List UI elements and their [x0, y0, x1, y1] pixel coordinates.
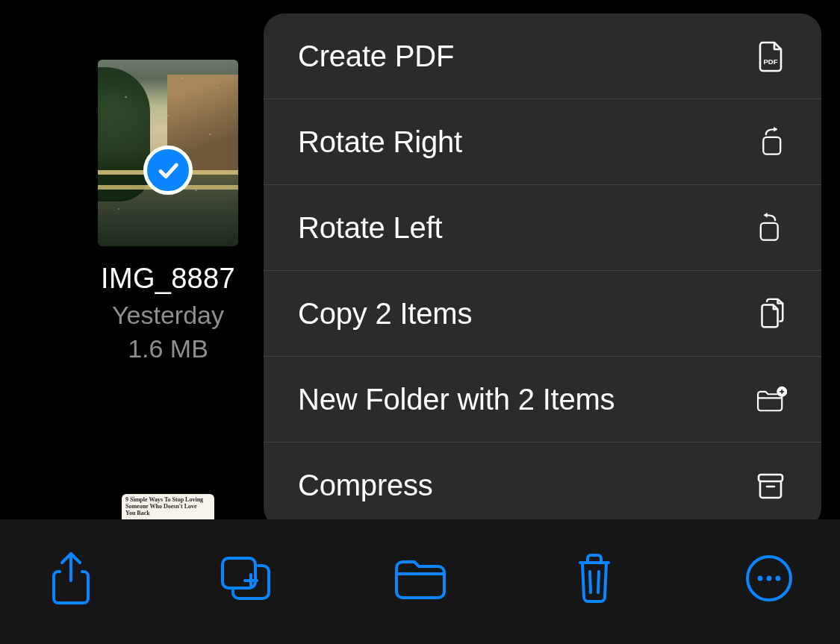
rotate-right-icon	[754, 125, 787, 158]
ellipsis-circle-icon	[744, 554, 794, 603]
svg-point-17	[767, 575, 772, 581]
file-item-partial[interactable]: 9 Simple Ways To Stop Loving Someone Who…	[122, 494, 214, 519]
rotate-left-icon	[754, 211, 787, 244]
menu-item-rotate-right[interactable]: Rotate Right	[264, 99, 821, 185]
copy-icon	[754, 297, 787, 330]
svg-point-16	[758, 575, 763, 581]
menu-label: Copy 2 Items	[298, 297, 472, 331]
pdf-file-icon: PDF	[754, 40, 787, 72]
menu-label: New Folder with 2 Items	[298, 383, 615, 416]
bottom-toolbar	[0, 519, 840, 644]
file-date: Yesterday	[112, 301, 224, 330]
menu-label: Rotate Right	[298, 125, 462, 159]
menu-item-create-pdf[interactable]: Create PDF PDF	[264, 13, 821, 99]
peek-line: 9 Simple Ways To Stop Loving	[125, 496, 211, 503]
menu-label: Rotate Left	[298, 211, 442, 245]
folder-icon	[392, 556, 449, 601]
duplicate-plus-icon	[218, 554, 273, 603]
peek-line: Someone Who Doesn't Love	[125, 503, 211, 510]
file-thumbnail	[98, 60, 238, 246]
menu-item-new-folder[interactable]: New Folder with 2 Items	[264, 357, 821, 443]
svg-point-18	[776, 575, 781, 581]
context-menu: Create PDF PDF Rotate Right Rotate Le	[264, 13, 821, 528]
svg-line-14	[598, 572, 599, 593]
menu-item-compress[interactable]: Compress	[264, 443, 821, 528]
svg-rect-2	[761, 223, 778, 240]
content-area: IMG_8887 Yesterday 1.6 MB 9 Simple Ways …	[0, 0, 840, 519]
menu-label: Create PDF	[298, 40, 454, 73]
file-item[interactable]: IMG_8887 Yesterday 1.6 MB	[82, 60, 254, 363]
svg-rect-1	[763, 137, 780, 154]
svg-line-13	[590, 572, 591, 593]
share-icon	[48, 549, 94, 607]
svg-rect-7	[759, 475, 783, 481]
archive-icon	[754, 469, 787, 502]
move-button[interactable]	[391, 548, 450, 608]
menu-item-rotate-left[interactable]: Rotate Left	[264, 185, 821, 271]
file-name: IMG_8887	[101, 263, 235, 295]
selection-checkmark-icon	[143, 146, 193, 195]
menu-item-copy[interactable]: Copy 2 Items	[264, 271, 821, 357]
svg-text:PDF: PDF	[764, 57, 778, 66]
file-size: 1.6 MB	[128, 334, 208, 363]
new-folder-icon	[754, 383, 787, 416]
trash-icon	[573, 551, 616, 606]
more-button[interactable]	[739, 548, 799, 608]
peek-line: You Back	[125, 510, 211, 516]
menu-label: Compress	[298, 469, 433, 502]
share-button[interactable]	[41, 548, 101, 608]
delete-button[interactable]	[564, 548, 624, 608]
duplicate-button[interactable]	[216, 548, 276, 608]
